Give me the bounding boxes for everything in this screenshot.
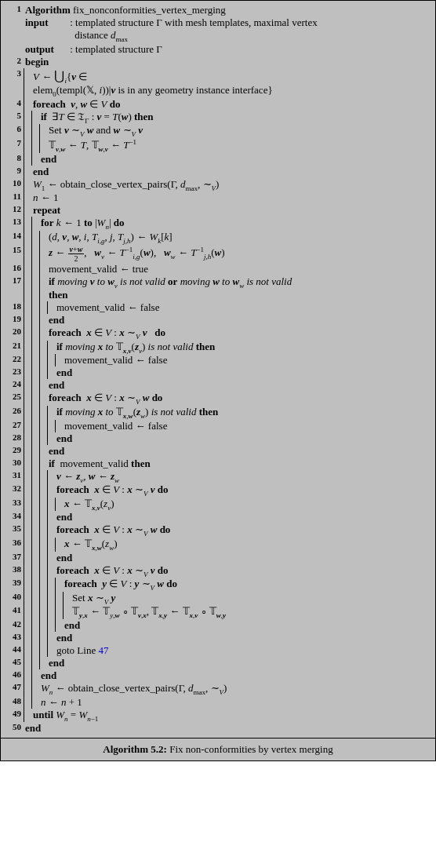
indent-bars [24, 458, 47, 470]
line-content: if moving v to wv is not valid or moving… [47, 275, 431, 290]
algo-line: input : templated structure Γ with mesh … [2, 16, 431, 29]
algo-line: 37end [2, 552, 431, 564]
algo-line: 36x ← 𝕋x,w(zw) [2, 538, 431, 552]
line-number [2, 16, 24, 29]
line-number: 41 [2, 605, 24, 619]
indent-bars [24, 709, 31, 723]
algo-line: 7𝕋v,w ← T, 𝕋w,v ← T−1 [2, 138, 431, 153]
line-content: foreach x ∈ V : x ∼V w do [55, 523, 431, 538]
indent-bars [24, 326, 47, 341]
line-number: 9 [2, 166, 24, 178]
line-number: 11 [2, 191, 24, 204]
line-number [2, 289, 24, 301]
algo-line: 28end [2, 432, 431, 445]
algo-line: 15z ← v+w2, wv ← T−1i,g(w), ww ← T−1j,h(… [2, 245, 431, 263]
algo-line: then [2, 289, 431, 301]
line-content: Algorithm fix_nonconformities_vertex_mer… [24, 4, 431, 16]
indent-bars [24, 605, 71, 619]
indent-bars [24, 592, 71, 606]
algo-line: 1Algorithm fix_nonconformities_vertex_me… [2, 4, 431, 16]
algo-line: 18movement_valid ← false [2, 301, 431, 314]
line-number: 34 [2, 511, 24, 523]
line-number: 5 [2, 111, 24, 125]
line-number [2, 84, 24, 98]
algo-line: 21if moving x to 𝕋x,v(zv) is not valid t… [2, 341, 431, 355]
line-content: foreach v, w ∈ V do [31, 98, 431, 111]
line-number: 6 [2, 124, 24, 138]
algo-line: 14(d, v, w, i, Ti,g, j, Tj,h) ← Wk[k] [2, 231, 431, 245]
line-number: 32 [2, 483, 24, 498]
indent-bars [24, 111, 39, 125]
line-number: 7 [2, 138, 24, 153]
line-number: 23 [2, 367, 24, 379]
indent-bars [24, 217, 39, 231]
indent-bars [24, 669, 39, 682]
algo-line: 5if ∃T ∈ 𝔗Γ : v = T(w) then [2, 111, 431, 125]
indent-bars [24, 498, 63, 512]
algo-line: 39foreach y ∈ V : y ∼V w do [2, 578, 431, 592]
line-content: Set x ∼V y [71, 592, 431, 606]
line-content: foreach x ∈ V : x ∼V w do [47, 392, 431, 406]
line-content: until Wn = Wn−1 [31, 709, 431, 723]
line-content: W1 ← obtain_close_vertex_pairs(Γ, dmax, … [31, 178, 431, 192]
line-content: end [39, 669, 431, 682]
line-content: end [55, 367, 431, 379]
line-content: end [47, 314, 431, 326]
line-number: 30 [2, 458, 24, 470]
line-number: 38 [2, 564, 24, 578]
line-number: 13 [2, 217, 24, 231]
algo-line: 24end [2, 379, 431, 392]
line-content: V ← ⋃i{v ∈ [31, 68, 431, 85]
algo-line: 25foreach x ∈ V : x ∼V w do [2, 392, 431, 406]
algo-line: 23end [2, 367, 431, 379]
line-content: x ← 𝕋x,w(zw) [63, 538, 431, 552]
line-content: if ∃T ∈ 𝔗Γ : v = T(w) then [39, 111, 431, 125]
algo-line: 9end [2, 166, 431, 178]
line-content: 𝕋y,x ← 𝕋y,w ∘ 𝕋v,x, 𝕋x,y ← 𝕋x,v ∘ 𝕋w,y [71, 605, 431, 619]
indent-bars [24, 445, 47, 458]
indent-bars [24, 275, 47, 290]
algo-line: 45end [2, 657, 431, 669]
indent-bars [24, 124, 47, 138]
algo-line: 17if moving v to wv is not valid or movi… [2, 275, 431, 290]
line-content: if moving x to 𝕋x,v(zv) is not valid the… [55, 341, 431, 355]
line-content: end [55, 432, 431, 445]
line-content: z ← v+w2, wv ← T−1i,g(w), ww ← T−1j,h(w) [47, 245, 431, 263]
line-content: n ← 1 [31, 191, 431, 204]
indent-bars [24, 98, 31, 111]
algo-line: 8end [2, 153, 431, 166]
indent-bars [24, 204, 31, 217]
line-number: 16 [2, 263, 24, 275]
algo-line: 46end [2, 669, 431, 682]
indent-bars [24, 68, 31, 85]
line-content: end [55, 632, 431, 644]
algo-line: distance dmax [2, 29, 431, 43]
indent-bars [24, 341, 55, 355]
algo-line: 27movement_valid ← false [2, 420, 431, 432]
algo-line: 44goto Line 47 [2, 644, 431, 657]
indent-bars [24, 354, 63, 367]
indent-bars [24, 84, 31, 98]
line-content: foreach x ∈ V : x ∼V v do [55, 483, 431, 498]
line-content: 𝕋v,w ← T, 𝕋w,v ← T−1 [47, 138, 431, 153]
line-content: end [24, 722, 431, 735]
indent-bars [24, 420, 63, 432]
algo-line: 47Wn ← obtain_close_vertex_pairs(Γ, dmax… [2, 682, 431, 696]
algo-line: 13for k ← 1 to |Wn| do [2, 217, 431, 231]
algo-line: 10W1 ← obtain_close_vertex_pairs(Γ, dmax… [2, 178, 431, 192]
indent-bars [24, 191, 31, 204]
indent-bars [24, 367, 55, 379]
line-number: 1 [2, 4, 24, 16]
line-number: 40 [2, 592, 24, 606]
algorithm-caption: Algorithm 5.2: Fix non-conformities by v… [0, 739, 436, 761]
line-content: x ← 𝕋x,v(zv) [63, 498, 431, 512]
indent-bars [24, 432, 55, 445]
algo-line: 43end [2, 632, 431, 644]
indent-bars [24, 552, 55, 564]
indent-bars [24, 138, 47, 153]
line-content: Wn ← obtain_close_vertex_pairs(Γ, dmax, … [39, 682, 431, 696]
line-number: 21 [2, 341, 24, 355]
line-number: 18 [2, 301, 24, 314]
line-number [2, 43, 24, 56]
line-content: (d, v, w, i, Ti,g, j, Tj,h) ← Wk[k] [47, 231, 431, 245]
